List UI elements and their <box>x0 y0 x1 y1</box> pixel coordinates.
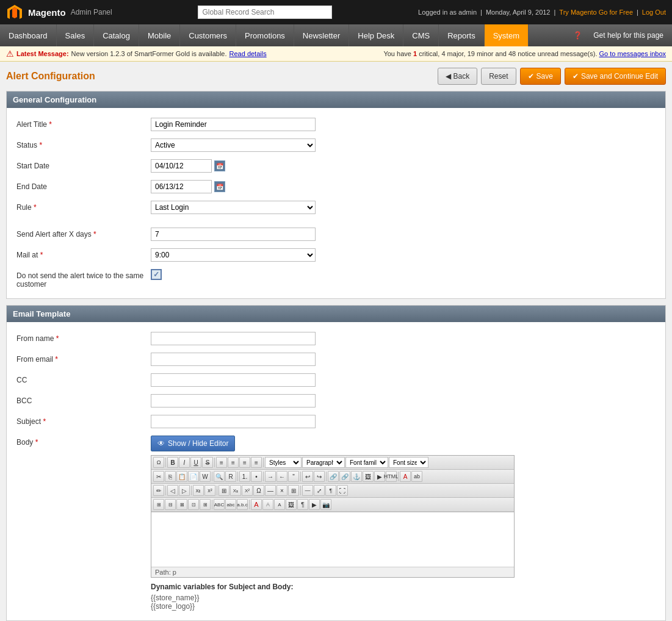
tb-para-btn[interactable]: ¶ <box>297 499 308 510</box>
reset-button[interactable]: Reset <box>481 68 516 85</box>
tb-edit-btn[interactable]: ✏ <box>153 485 164 496</box>
tb-media-btn[interactable]: 📷 <box>320 499 331 510</box>
subject-input[interactable] <box>151 415 316 428</box>
tb-img2-btn[interactable]: 🖼 <box>286 499 297 510</box>
logout-link[interactable]: Log Out <box>642 9 666 16</box>
tb-ul-btn[interactable]: • <box>251 471 262 482</box>
tb-underline-btn[interactable]: U <box>190 457 201 468</box>
tb-prev-btn[interactable]: ◁ <box>167 485 178 496</box>
nav-customers[interactable]: Customers <box>180 24 236 46</box>
tb-paste-word-btn[interactable]: W <box>200 471 211 482</box>
tb-copy-btn[interactable]: ⎘ <box>165 471 176 482</box>
global-search-input[interactable] <box>198 5 332 19</box>
tb-next-btn[interactable]: ▷ <box>179 485 190 496</box>
nav-promotions[interactable]: Promotions <box>236 24 294 46</box>
editor-body[interactable] <box>151 512 514 567</box>
bcc-input[interactable] <box>151 394 316 407</box>
no-twice-checkbox[interactable]: ✓ <box>151 269 162 280</box>
tb-special-char-btn[interactable]: Ω <box>153 457 164 468</box>
try-magento-link[interactable]: Try Magento Go for Free <box>559 9 633 16</box>
tb-strikethrough-btn[interactable]: S <box>202 457 213 468</box>
tb-cut-btn[interactable]: ✂ <box>153 471 164 482</box>
tb-paste-btn[interactable]: 📋 <box>176 471 187 482</box>
font-family-select[interactable]: Font family <box>345 457 388 468</box>
font-size-select[interactable]: Font size <box>389 457 428 468</box>
tb-rule-btn[interactable]: — <box>265 485 276 496</box>
tb-replace-btn[interactable]: R <box>225 471 236 482</box>
alert-title-input[interactable] <box>151 118 316 131</box>
tb-paste-plain-btn[interactable]: 📄 <box>188 471 199 482</box>
styles-select[interactable]: Styles <box>265 457 302 468</box>
rule-select[interactable]: Last Login Last Order Last Visit <box>151 201 316 214</box>
tb-bg-color-btn[interactable]: ab <box>411 471 422 482</box>
from-name-input[interactable] <box>151 332 316 345</box>
tb-remove-btn[interactable]: × <box>276 485 287 496</box>
tb-indent-btn[interactable]: → <box>265 471 276 482</box>
tb-italic-btn[interactable]: I <box>179 457 190 468</box>
tb-align-center-btn[interactable]: ≡ <box>228 457 239 468</box>
tb-font-b-btn[interactable]: A <box>262 499 273 510</box>
nav-sales[interactable]: Sales <box>57 24 95 46</box>
tb-font-c-btn[interactable]: A <box>274 499 285 510</box>
tb-image-btn[interactable]: 🖼 <box>363 471 374 482</box>
nav-newsletter[interactable]: Newsletter <box>294 24 349 46</box>
tb-text-color-btn[interactable]: A <box>400 471 411 482</box>
tb-undo-btn[interactable]: ↩ <box>302 471 313 482</box>
tb-r2-btn[interactable]: ⊟ <box>165 499 176 510</box>
tb-r3-btn[interactable]: ⊠ <box>176 499 187 510</box>
tb-acro-btn[interactable]: abc <box>225 499 236 510</box>
tb-grid-btn[interactable]: ⊞ <box>288 485 299 496</box>
tb-r1-btn[interactable]: ⊞ <box>153 499 164 510</box>
read-details-link[interactable]: Read details <box>229 50 267 57</box>
help-link[interactable]: Get help for this page <box>585 31 672 40</box>
tb-blockquote-btn[interactable]: " <box>288 471 299 482</box>
tb-apos-btn[interactable]: a.b.c <box>237 499 248 510</box>
mail-at-select[interactable]: 9:00 10:00 11:00 <box>151 248 316 262</box>
save-button[interactable]: ✔ Save <box>520 68 561 85</box>
tb-anchor-btn[interactable]: ⚓ <box>351 471 362 482</box>
tb-pagebreak-btn[interactable]: — <box>302 485 313 496</box>
nav-dashboard[interactable]: Dashboard <box>0 24 57 46</box>
tb-align-justify-btn[interactable]: ≡ <box>251 457 262 468</box>
tb-fullscreen-btn[interactable]: ⛶ <box>337 485 348 496</box>
tb-find-btn[interactable]: 🔍 <box>214 471 225 482</box>
tb-r5-btn[interactable]: ⊞ <box>200 499 211 510</box>
tb-redo-btn[interactable]: ↪ <box>314 471 325 482</box>
tb-vid-btn[interactable]: ▶ <box>309 499 320 510</box>
status-select[interactable]: Active Inactive <box>151 138 316 152</box>
nav-catalog[interactable]: Catalog <box>94 24 139 46</box>
tb-align-left-btn[interactable]: ≡ <box>216 457 227 468</box>
tb-sup-btn[interactable]: x² <box>204 485 215 496</box>
tb-r4-btn[interactable]: ⊡ <box>188 499 199 510</box>
tb-font-a-btn[interactable]: A <box>251 499 262 510</box>
end-date-input[interactable] <box>151 180 212 193</box>
inbox-link[interactable]: Go to messages inbox <box>599 50 666 57</box>
tb-superscript-btn[interactable]: X² <box>242 485 253 496</box>
tb-show-blocks-btn[interactable]: ¶ <box>325 485 336 496</box>
cc-input[interactable] <box>151 373 316 387</box>
tb-subscript-btn[interactable]: X₂ <box>230 485 241 496</box>
tb-sub-btn[interactable]: x₂ <box>193 485 204 496</box>
nav-cms[interactable]: CMS <box>403 24 439 46</box>
tb-align-right-btn[interactable]: ≡ <box>239 457 250 468</box>
tb-html-btn[interactable]: HTML <box>386 471 397 482</box>
nav-helpdesk[interactable]: Help Desk <box>349 24 403 46</box>
save-continue-button[interactable]: ✔ Save and Continue Edit <box>565 68 666 85</box>
tb-ol-btn[interactable]: 1. <box>239 471 250 482</box>
nav-reports[interactable]: Reports <box>439 24 485 46</box>
tb-abbr-btn[interactable]: ABC <box>214 499 225 510</box>
tb-unlink-btn[interactable]: 🔗 <box>339 471 350 482</box>
tb-table-btn[interactable]: ⊞ <box>219 485 229 496</box>
back-button[interactable]: ◀ Back <box>438 68 478 85</box>
tb-special2-btn[interactable]: Ω <box>253 485 264 496</box>
from-email-input[interactable] <box>151 353 316 366</box>
tb-outdent-btn[interactable]: ← <box>276 471 287 482</box>
nav-system[interactable]: System <box>485 24 529 46</box>
start-date-input[interactable] <box>151 159 212 173</box>
end-date-calendar-icon[interactable]: 📅 <box>214 181 225 192</box>
tb-maximize-btn[interactable]: ⤢ <box>314 485 325 496</box>
paragraph-select[interactable]: Paragraph <box>302 457 345 468</box>
nav-mobile[interactable]: Mobile <box>139 24 180 46</box>
send-alert-input[interactable] <box>151 228 316 241</box>
tb-bold-btn[interactable]: B <box>167 457 178 468</box>
